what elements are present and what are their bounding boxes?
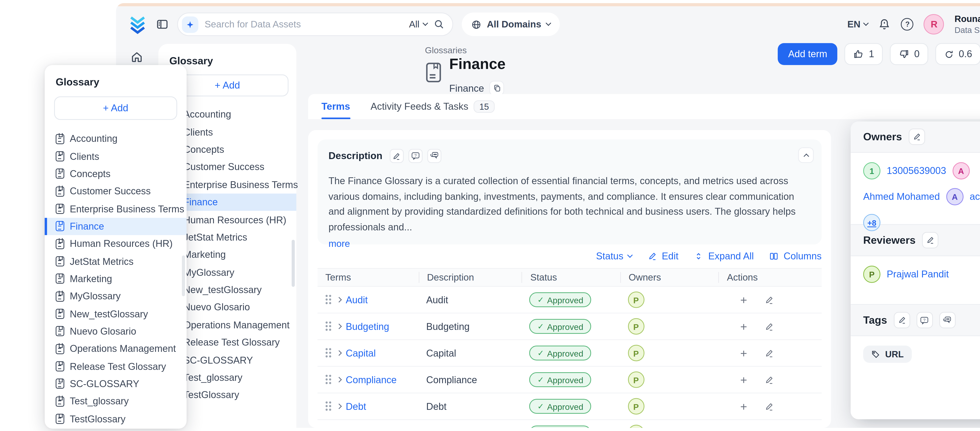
glossary-item-operations-management[interactable]: Operations Management <box>54 340 177 358</box>
edit-tags-icon[interactable] <box>893 312 910 328</box>
notifications-bell-icon[interactable] <box>878 18 891 30</box>
drag-handle-icon[interactable] <box>325 401 332 412</box>
expand-all-button[interactable]: Expand All <box>694 251 754 262</box>
domains-dropdown[interactable]: All Domains <box>462 13 560 36</box>
owner-link[interactable]: acvanlinden <box>970 191 980 202</box>
add-child-term-icon[interactable]: + <box>740 347 747 360</box>
owner-avatar[interactable]: P <box>628 318 644 335</box>
glossary-item-customer-success[interactable]: Customer Success <box>54 183 177 200</box>
search-input[interactable]: Search for Data Assets <box>205 19 403 30</box>
search-scope-dropdown[interactable]: All <box>409 19 427 30</box>
edit-owners-icon[interactable] <box>908 129 925 145</box>
glossary-item-accounting[interactable]: Accounting <box>54 130 177 148</box>
glossary-item-jetstat-metrics[interactable]: JetStat Metrics <box>54 253 177 270</box>
reviewer-link[interactable]: Prajwal Pandit <box>887 269 949 280</box>
owner-avatar[interactable]: A <box>952 162 970 180</box>
owner-link[interactable]: Ahmed Mohamed <box>863 191 940 202</box>
description-more-link[interactable]: more <box>328 238 350 249</box>
term-link[interactable]: Audit <box>346 294 368 305</box>
reviewer-avatar[interactable]: P <box>863 266 880 283</box>
expand-row-icon[interactable] <box>336 377 342 382</box>
edit-term-icon[interactable] <box>764 375 774 384</box>
tab-terms[interactable]: Terms <box>321 94 350 119</box>
drag-handle-icon[interactable] <box>325 321 332 331</box>
sidebar-collapse-icon[interactable] <box>156 18 169 30</box>
add-term-button[interactable]: Add term <box>778 43 837 65</box>
language-dropdown[interactable]: EN <box>847 19 868 30</box>
glossary-item-new-testglossary[interactable]: New_testGlossary <box>54 305 177 323</box>
edit-description-icon[interactable] <box>390 149 404 163</box>
tab-activity-feeds[interactable]: Activity Feeds & Tasks 15 <box>371 94 494 119</box>
owner-avatar[interactable]: P <box>628 425 644 428</box>
comments-icon[interactable] <box>427 149 441 163</box>
add-child-term-icon[interactable]: + <box>740 293 747 306</box>
downvote-button[interactable]: 0 <box>890 43 928 65</box>
copy-name-icon[interactable] <box>490 81 504 95</box>
add-child-term-icon[interactable]: + <box>740 426 747 428</box>
owner-avatar[interactable]: P <box>628 371 644 388</box>
glossary-item-clients[interactable]: Clients <box>54 148 177 165</box>
owner-link[interactable]: 13005639003 <box>887 165 946 177</box>
request-description-icon[interactable]: ? <box>408 149 422 163</box>
request-tags-icon[interactable]: ? <box>916 312 932 328</box>
expand-row-icon[interactable] <box>336 404 342 409</box>
glossary-item-sc-glossary[interactable]: SC-GLOSSARY <box>54 375 177 393</box>
term-link[interactable]: Equity <box>346 428 372 428</box>
glossary-item-testglossary[interactable]: TestGlossary <box>54 410 177 428</box>
home-icon[interactable] <box>130 50 143 64</box>
upvote-button[interactable]: 1 <box>845 43 883 65</box>
sidebar-scrollbar[interactable] <box>292 240 295 287</box>
edit-term-icon[interactable] <box>764 322 774 331</box>
owner-avatar[interactable]: P <box>628 345 644 361</box>
user-avatar[interactable]: R <box>924 14 944 35</box>
glossary-item-nuevo-glosario[interactable]: Nuevo Glosario <box>54 323 177 340</box>
glossary-item-test-glossary[interactable]: Test_glossary <box>54 393 177 410</box>
collapse-description-icon[interactable] <box>798 147 814 163</box>
drag-handle-icon[interactable] <box>325 295 332 305</box>
global-search-bar[interactable]: Search for Data Assets All <box>177 13 453 36</box>
tag-chip-url[interactable]: URL <box>863 345 912 363</box>
help-icon[interactable]: ? <box>901 18 914 30</box>
add-child-term-icon[interactable]: + <box>740 373 747 386</box>
glossary-item-marketing[interactable]: Marketing <box>54 270 177 288</box>
owner-avatar[interactable]: 1 <box>863 162 880 180</box>
glossary-item-finance-active[interactable]: Finance <box>45 218 186 235</box>
expand-row-icon[interactable] <box>336 297 342 302</box>
expand-row-icon[interactable] <box>336 350 342 356</box>
glossary-item-enterprise-business-terms[interactable]: Enterprise Business Terms <box>54 200 177 218</box>
version-button[interactable]: 0.6 <box>935 43 980 65</box>
drag-handle-icon[interactable] <box>325 348 332 358</box>
glossary-item-release-test-glossary[interactable]: Release Test Glossary <box>54 358 177 375</box>
glossary-item-human-resources[interactable]: Human Resources (HR) <box>54 235 177 253</box>
add-child-term-icon[interactable]: + <box>740 400 747 413</box>
edit-term-icon[interactable] <box>764 295 774 304</box>
user-info[interactable]: Rounakpreet.d Data Steward <box>955 14 980 34</box>
tags-conversation-icon[interactable] <box>939 312 955 328</box>
term-description: Budgeting <box>426 321 469 332</box>
more-owners-badge[interactable]: +8 <box>863 214 880 231</box>
term-link[interactable]: Budgeting <box>346 321 389 332</box>
owner-avatar[interactable]: P <box>628 398 644 415</box>
edit-reviewers-icon[interactable] <box>922 232 938 248</box>
owner-avatar[interactable]: P <box>628 291 644 308</box>
expand-row-icon[interactable] <box>336 324 342 329</box>
owner-avatar[interactable]: A <box>946 188 963 205</box>
status-filter-dropdown[interactable]: Status <box>596 251 632 262</box>
columns-selector-button[interactable]: Columns <box>770 251 822 262</box>
edit-term-icon[interactable] <box>764 348 774 358</box>
term-link[interactable]: Debt <box>346 401 366 412</box>
term-link[interactable]: Compliance <box>346 374 397 385</box>
glossary-item-myglossary[interactable]: MyGlossary <box>54 288 177 305</box>
drag-handle-icon[interactable] <box>325 375 332 385</box>
add-glossary-button[interactable]: + Add <box>54 96 177 120</box>
ai-sparkle-icon[interactable] <box>182 16 198 32</box>
breadcrumb[interactable]: Glossaries <box>425 45 467 55</box>
glossary-item-concepts[interactable]: Concepts <box>54 165 177 183</box>
edit-term-icon[interactable] <box>764 402 774 411</box>
add-child-term-icon[interactable]: + <box>740 320 747 333</box>
search-icon[interactable] <box>434 19 444 30</box>
bulk-edit-button[interactable]: Edit <box>648 251 679 262</box>
term-link[interactable]: Capital <box>346 348 376 358</box>
openmetadata-logo-icon[interactable] <box>128 14 147 34</box>
glossary-popover-scrollbar[interactable] <box>182 256 185 296</box>
